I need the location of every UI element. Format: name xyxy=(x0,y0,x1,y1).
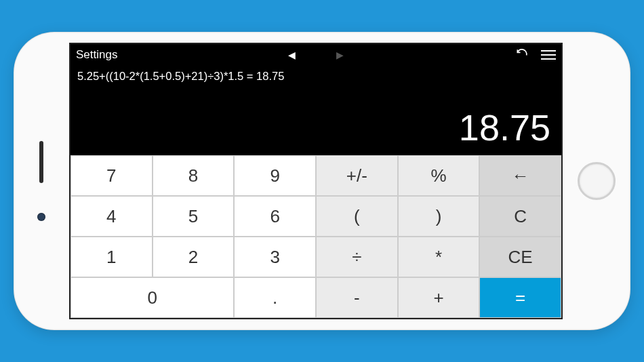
key-minus[interactable]: - xyxy=(316,277,398,318)
key-plus-minus[interactable]: +/- xyxy=(316,155,398,196)
display-area: Settings ◀ ▶ 5.25+ xyxy=(71,44,561,155)
key-7[interactable]: 7 xyxy=(71,155,153,196)
titlebar-right xyxy=(515,47,556,64)
key-9[interactable]: 9 xyxy=(234,155,316,196)
key-8[interactable]: 8 xyxy=(153,155,235,196)
key-clear-entry[interactable]: CE xyxy=(479,237,561,277)
key-backspace[interactable]: ← xyxy=(479,155,561,196)
key-right-paren[interactable]: ) xyxy=(398,196,480,237)
undo-icon[interactable] xyxy=(515,47,529,64)
keypad: 7 8 9 +/- % ← 4 5 6 ( ) C 1 2 3 ÷ * CE 0… xyxy=(71,155,561,318)
screen: Settings ◀ ▶ 5.25+ xyxy=(69,43,563,319)
key-4[interactable]: 4 xyxy=(71,196,153,237)
settings-button[interactable]: Settings xyxy=(76,48,117,62)
key-left-paren[interactable]: ( xyxy=(316,196,398,237)
result-display: 18.75 xyxy=(71,83,561,155)
home-button[interactable] xyxy=(578,162,616,200)
front-camera xyxy=(37,213,45,221)
key-0[interactable]: 0 xyxy=(71,277,234,318)
phone-frame: Settings ◀ ▶ 5.25+ xyxy=(14,32,630,330)
nav-arrows: ◀ ▶ xyxy=(288,49,344,60)
key-plus[interactable]: + xyxy=(398,277,480,318)
key-clear[interactable]: C xyxy=(479,196,561,237)
key-5[interactable]: 5 xyxy=(153,196,235,237)
key-equals[interactable]: = xyxy=(479,277,561,318)
key-multiply[interactable]: * xyxy=(398,237,480,277)
title-bar: Settings ◀ ▶ xyxy=(71,44,561,66)
key-percent[interactable]: % xyxy=(398,155,480,196)
history-prev-icon[interactable]: ◀ xyxy=(288,49,296,60)
menu-icon[interactable] xyxy=(541,50,556,60)
key-divide[interactable]: ÷ xyxy=(316,237,398,277)
key-1[interactable]: 1 xyxy=(71,237,153,277)
history-next-icon: ▶ xyxy=(336,49,344,60)
key-3[interactable]: 3 xyxy=(234,237,316,277)
key-2[interactable]: 2 xyxy=(153,237,235,277)
key-decimal[interactable]: . xyxy=(234,277,316,318)
key-6[interactable]: 6 xyxy=(234,196,316,237)
expression-display: 5.25+((10-2*(1.5+0.5)+21)÷3)*1.5 = 18.75 xyxy=(71,66,561,83)
phone-right-cap xyxy=(563,162,630,200)
speaker-slot xyxy=(39,141,43,183)
phone-left-cap xyxy=(14,141,69,221)
